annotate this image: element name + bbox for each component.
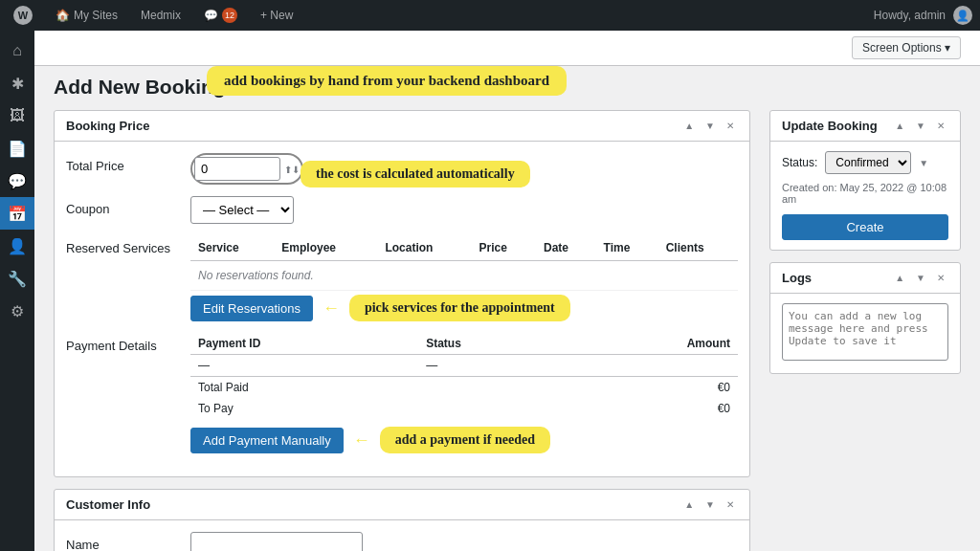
status-select[interactable]: Confirmed xyxy=(825,151,911,174)
booking-price-header: Booking Price ▲ ▼ ✕ xyxy=(55,111,749,142)
coupon-row: Coupon — Select — xyxy=(66,196,738,224)
sidebar-item-booking[interactable]: 📅 xyxy=(0,197,34,230)
booking-price-body: Total Price ⬆⬇ the cost is calculated au… xyxy=(55,142,749,476)
admin-sidebar: ⌂ ✱ 🖼 📄 💬 📅 👤 🔧 ⚙ xyxy=(0,31,34,551)
created-info: Created on: May 25, 2022 @ 10:08 am xyxy=(782,182,948,205)
coupon-label: Coupon xyxy=(66,196,190,216)
metabox-collapse-up[interactable]: ▲ xyxy=(680,119,698,133)
update-metabox-down[interactable]: ▼ xyxy=(912,119,929,133)
no-reservations-row: No reservations found. xyxy=(190,261,738,291)
logs-body xyxy=(770,294,960,373)
spinner-icon[interactable]: ⬆⬇ xyxy=(284,165,300,175)
payment-table: Payment ID Status Amount — xyxy=(190,333,738,419)
new-label: + New xyxy=(260,9,293,22)
arrow-payment: ← xyxy=(353,430,370,451)
customer-info-body: Name Email Phone xyxy=(55,520,749,551)
col-employee: Employee xyxy=(274,235,377,261)
metabox-collapse-down[interactable]: ▼ xyxy=(702,119,719,133)
sidebar-item-media[interactable]: 🖼 xyxy=(0,99,34,132)
logs-metabox: Logs ▲ ▼ ✕ xyxy=(769,262,961,374)
settings-icon: ⚙ xyxy=(11,302,24,320)
logs-textarea[interactable] xyxy=(782,303,948,361)
payment-details-row: Payment Details Payment ID Status Amount xyxy=(66,333,738,453)
sidebar-item-posts[interactable]: ✱ xyxy=(0,67,34,99)
total-price-label: Total Price xyxy=(66,153,190,173)
customer-metabox-up[interactable]: ▲ xyxy=(680,497,698,512)
logs-metabox-close[interactable]: ✕ xyxy=(933,271,948,285)
screen-options-button[interactable]: Screen Options ▾ xyxy=(852,36,961,59)
dashboard-icon: ⌂ xyxy=(12,42,22,59)
customer-metabox-close[interactable]: ✕ xyxy=(723,497,738,512)
total-price-row: Total Price ⬆⬇ the cost is calculated au… xyxy=(66,153,738,185)
payment-status-cell: — xyxy=(418,355,566,377)
comments-icon: 💬 xyxy=(8,172,27,190)
col-price: Price xyxy=(472,235,536,261)
customer-info-metabox: Customer Info ▲ ▼ ✕ Name xyxy=(54,489,750,551)
update-booking-metabox: Update Booking ▲ ▼ ✕ Status: C xyxy=(769,110,961,251)
to-pay-row: To Pay €0 xyxy=(190,398,738,419)
customer-info-title: Customer Info xyxy=(66,497,680,512)
logs-metabox-up[interactable]: ▲ xyxy=(891,271,908,285)
update-booking-title: Update Booking xyxy=(782,119,891,133)
col-service: Service xyxy=(190,235,274,261)
update-booking-body: Status: Confirmed ▼ Created on: May 25, … xyxy=(770,142,960,250)
create-button[interactable]: Create xyxy=(782,214,948,240)
my-sites-item[interactable]: 🏠 My Sites xyxy=(50,5,123,26)
comment-icon: 💬 xyxy=(204,9,218,22)
metabox-close[interactable]: ✕ xyxy=(723,119,738,133)
sidebar-item-tools[interactable]: 🔧 xyxy=(0,262,34,295)
booking-price-title: Booking Price xyxy=(66,119,680,133)
status-label: Status: xyxy=(782,156,817,169)
to-pay-value: €0 xyxy=(566,398,738,419)
site-name-item[interactable]: Medmix xyxy=(135,5,187,26)
payment-data-row: — — xyxy=(190,355,738,377)
media-icon: 🖼 xyxy=(10,107,25,124)
logs-header: Logs ▲ ▼ ✕ xyxy=(770,263,960,294)
booking-price-metabox: Booking Price ▲ ▼ ✕ Total Price xyxy=(54,110,750,477)
col-clients: Clients xyxy=(658,235,738,261)
logs-title: Logs xyxy=(782,271,891,285)
my-sites-icon: 🏠 xyxy=(56,9,70,22)
col-time: Time xyxy=(596,235,658,261)
sidebar-item-settings[interactable]: ⚙ xyxy=(0,295,34,327)
payment-id-header: Payment ID xyxy=(190,333,418,355)
payment-id-cell: — xyxy=(190,355,418,377)
booking-icon: 📅 xyxy=(8,205,27,223)
update-metabox-up[interactable]: ▲ xyxy=(891,119,908,133)
screen-options-bar: Screen Options ▾ xyxy=(34,31,980,66)
name-input[interactable] xyxy=(190,532,363,551)
header-callout-bubble: add bookings by hand from your backend d… xyxy=(207,66,567,96)
coupon-select[interactable]: — Select — xyxy=(190,196,294,224)
customer-metabox-down[interactable]: ▼ xyxy=(702,497,719,512)
comment-count-item[interactable]: 💬 12 xyxy=(198,4,243,27)
wp-logo-item[interactable]: W xyxy=(8,2,38,29)
status-row: Status: Confirmed ▼ xyxy=(782,151,948,174)
services-callout-bubble: pick services for the appointment xyxy=(349,295,570,321)
sidebar-item-users[interactable]: 👤 xyxy=(0,230,34,262)
update-metabox-close[interactable]: ✕ xyxy=(933,119,948,133)
total-price-input[interactable] xyxy=(194,157,280,181)
new-item[interactable]: + New xyxy=(255,5,299,26)
total-paid-row: Total Paid €0 xyxy=(190,377,738,399)
customer-info-header: Customer Info ▲ ▼ ✕ xyxy=(55,490,749,520)
howdy-label: Howdy, admin xyxy=(874,9,946,22)
cost-callout-bubble: the cost is calculated automatically xyxy=(301,161,530,187)
posts-icon: ✱ xyxy=(11,75,24,93)
add-payment-button[interactable]: Add Payment Manually xyxy=(190,428,344,453)
comment-count-badge: 12 xyxy=(222,8,237,23)
payment-callout-bubble: add a payment if needed xyxy=(380,427,550,453)
reserved-services-row: Reserved Services Service Employee Locat… xyxy=(66,235,738,321)
payment-status-header: Status xyxy=(418,333,566,355)
sidebar-item-pages[interactable]: 📄 xyxy=(0,132,34,165)
sidebar-item-comments[interactable]: 💬 xyxy=(0,165,34,197)
edit-reservations-button[interactable]: Edit Reservations xyxy=(190,296,313,321)
col-location: Location xyxy=(377,235,471,261)
name-label: Name xyxy=(66,532,190,551)
my-sites-label: My Sites xyxy=(74,9,118,22)
site-name: Medmix xyxy=(141,9,181,22)
users-icon: 👤 xyxy=(8,237,27,255)
logs-metabox-down[interactable]: ▼ xyxy=(912,271,929,285)
sidebar-item-dashboard[interactable]: ⌂ xyxy=(0,34,34,67)
arrow-services: ← xyxy=(323,298,340,319)
name-row: Name xyxy=(66,532,738,551)
